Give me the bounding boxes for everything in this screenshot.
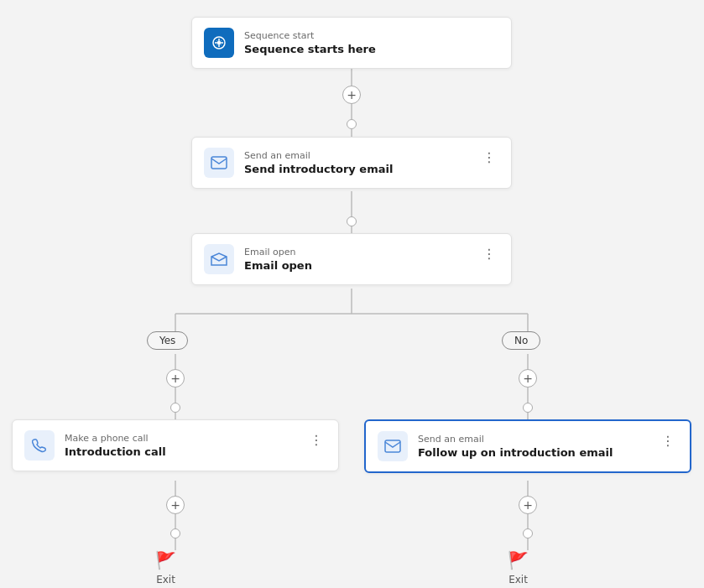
- follow-up-email-title: Follow up on introduction email: [418, 446, 648, 459]
- exit-right-flag: 🚩: [508, 550, 529, 570]
- send-email-1-icon: [204, 148, 234, 178]
- email-open-title: Email open: [244, 259, 469, 272]
- follow-up-email-text: Send an email Follow up on introduction …: [418, 434, 648, 459]
- follow-up-email-label: Send an email: [418, 434, 648, 445]
- sequence-start-title: Sequence starts here: [244, 43, 499, 55]
- add-step-left-bottom[interactable]: +: [166, 496, 185, 514]
- svg-rect-25: [211, 157, 227, 169]
- send-email-1-menu[interactable]: ⋮: [479, 148, 499, 167]
- phone-call-title: Introduction call: [65, 445, 296, 458]
- sequence-start-text: Sequence start Sequence starts here: [244, 30, 499, 55]
- connector-left: [170, 403, 180, 413]
- phone-call-icon: [24, 430, 55, 461]
- phone-call-text: Make a phone call Introduction call: [65, 433, 296, 458]
- connector-left-bottom: [170, 528, 180, 539]
- exit-left-flag: 🚩: [155, 550, 176, 570]
- no-branch-label: No: [502, 331, 540, 350]
- phone-call-menu[interactable]: ⋮: [306, 430, 326, 450]
- sequence-start-label: Sequence start: [244, 30, 499, 41]
- connector-1: [347, 119, 357, 129]
- email-open-label: Email open: [244, 247, 469, 258]
- send-email-1-label: Send an email: [244, 150, 469, 161]
- sequence-start-card[interactable]: Sequence start Sequence starts here: [191, 17, 512, 69]
- email-open-card[interactable]: Email open Email open ⋮: [191, 233, 512, 285]
- yes-branch-label: Yes: [147, 331, 188, 350]
- connector-right-bottom: [523, 528, 533, 539]
- send-email-1-text: Send an email Send introductory email: [244, 150, 469, 175]
- add-step-1[interactable]: +: [342, 86, 361, 104]
- add-step-right-bottom[interactable]: +: [519, 496, 537, 514]
- exit-right: 🚩 Exit: [508, 550, 529, 585]
- workflow-canvas: Sequence start Sequence starts here + Se…: [0, 0, 704, 588]
- follow-up-email-icon: [378, 431, 408, 461]
- add-step-left[interactable]: +: [166, 369, 185, 388]
- follow-up-email-card[interactable]: Send an email Follow up on introduction …: [364, 419, 691, 473]
- follow-up-email-menu[interactable]: ⋮: [658, 431, 678, 450]
- send-email-1-title: Send introductory email: [244, 163, 469, 175]
- email-open-icon: [204, 244, 234, 274]
- phone-call-card[interactable]: Make a phone call Introduction call ⋮: [12, 419, 339, 471]
- phone-call-label: Make a phone call: [65, 433, 296, 444]
- add-step-right[interactable]: +: [519, 369, 537, 388]
- svg-rect-26: [385, 440, 400, 452]
- exit-left: 🚩 Exit: [155, 550, 176, 585]
- connector-right: [523, 403, 533, 413]
- email-open-menu[interactable]: ⋮: [479, 244, 499, 263]
- connector-2: [347, 216, 357, 226]
- exit-left-label: Exit: [156, 574, 175, 585]
- send-email-1-card[interactable]: Send an email Send introductory email ⋮: [191, 137, 512, 189]
- sequence-start-icon: [204, 28, 234, 58]
- email-open-text: Email open Email open: [244, 247, 469, 272]
- exit-right-label: Exit: [508, 574, 528, 585]
